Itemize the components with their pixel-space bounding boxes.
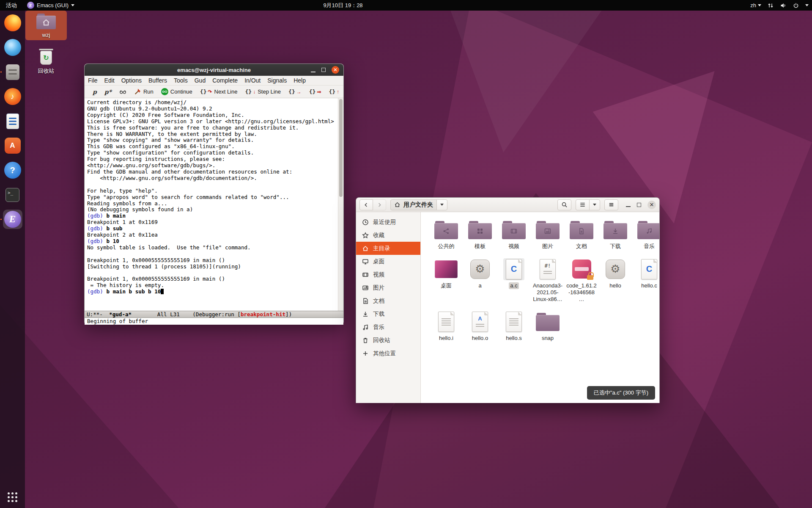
menu-inout[interactable]: In/Out xyxy=(241,76,264,86)
file-item[interactable]: code_1.61.2-16346568… xyxy=(565,258,598,303)
sidebar-item-home[interactable]: 主目录 xyxy=(356,242,420,255)
menu-complete[interactable]: Complete xyxy=(209,76,241,86)
dock-item-rhythmbox[interactable]: ♪ xyxy=(3,87,22,106)
close-button[interactable]: ✕ xyxy=(332,66,339,74)
input-method-indicator[interactable]: zh xyxy=(750,2,761,8)
file-item[interactable]: snap xyxy=(531,311,565,342)
sidebar-item-documents[interactable]: 文档 xyxy=(356,294,420,307)
buffer-line: Breakpoint 1, 0x0000555555555169 in main… xyxy=(87,257,343,264)
file-item[interactable]: 文档 xyxy=(565,219,598,250)
path-button[interactable]: 用户文件夹 xyxy=(390,199,437,210)
file-item[interactable]: ⚙hello xyxy=(598,258,632,289)
toolbar-continue-button[interactable]: GOContinue xyxy=(158,87,195,97)
file-item[interactable]: #!Anaconda3-2021.05-Linux-x86… xyxy=(531,258,565,303)
maximize-button[interactable] xyxy=(321,68,326,72)
menu-file[interactable]: File xyxy=(85,76,101,86)
folder-icon xyxy=(533,311,562,333)
show-applications-button[interactable] xyxy=(5,490,20,505)
search-button[interactable] xyxy=(557,199,571,210)
file-item[interactable]: ⚙a xyxy=(463,258,497,289)
sidebar-item-other[interactable]: 其他位置 xyxy=(356,347,420,360)
toolbar-step-line-button[interactable]: {}↓Step Line xyxy=(242,87,284,96)
file-item[interactable]: hello.s xyxy=(497,311,531,342)
dock-item-thunderbird[interactable] xyxy=(3,38,22,57)
dock-item-libreoffice-writer[interactable] xyxy=(3,111,22,131)
system-menu-chevron-icon[interactable] xyxy=(805,4,809,6)
toolbar-next-line-button[interactable]: {}↷Next Line xyxy=(197,87,241,96)
toolbar-finish-button[interactable]: {}↑ xyxy=(326,87,342,96)
toolbar-run-button[interactable]: Run xyxy=(131,87,156,97)
back-button[interactable] xyxy=(359,199,373,210)
sidebar-item-downloads[interactable]: 下载 xyxy=(356,307,420,320)
menu-help[interactable]: Help xyxy=(290,76,309,86)
toolbar-label: Run xyxy=(143,88,154,95)
power-icon[interactable] xyxy=(793,2,799,9)
toolbar-watch-button[interactable] xyxy=(116,87,129,97)
files-content[interactable]: 公共的模板视频图片文档下载音乐桌面⚙aCa.c#!Anaconda3-2021.… xyxy=(421,212,659,403)
sidebar-item-starred[interactable]: 收藏 xyxy=(356,229,420,242)
emacs-buffer[interactable]: Current directory is /home/wzj/GNU gdb (… xyxy=(85,98,343,311)
dock-item-emacs[interactable]: E xyxy=(3,210,22,229)
menu-signals[interactable]: Signals xyxy=(264,76,290,86)
path-dropdown-button[interactable] xyxy=(436,199,447,210)
close-button[interactable]: ✕ xyxy=(647,201,656,209)
file-item[interactable]: 桌面 xyxy=(429,258,463,289)
search-icon xyxy=(561,202,568,208)
file-item[interactable]: Ahello.o xyxy=(463,311,497,342)
list-view-button[interactable] xyxy=(576,199,590,210)
dock-item-terminal[interactable]: >_ xyxy=(3,185,22,204)
sidebar-item-trash[interactable]: 回收站 xyxy=(356,334,420,347)
file-item-label: 视频 xyxy=(507,243,521,250)
sidebar-item-videos[interactable]: 视频 xyxy=(356,268,420,281)
clock[interactable]: 9月10日 19：28 xyxy=(323,2,362,9)
dock-item-ubuntu-software[interactable]: A xyxy=(3,136,22,155)
sidebar-item-recent[interactable]: 最近使用 xyxy=(356,215,420,229)
dock-item-firefox[interactable] xyxy=(3,13,22,33)
toolbar-step-instruction-button[interactable]: {}⇒ xyxy=(306,87,324,96)
menu-button[interactable] xyxy=(604,199,618,210)
file-item[interactable]: Chello.c xyxy=(632,258,659,289)
network-icon[interactable] xyxy=(767,2,774,9)
file-item[interactable]: 模板 xyxy=(463,219,497,250)
menu-tools[interactable]: Tools xyxy=(170,76,191,86)
activities-button[interactable]: 活动 xyxy=(4,2,19,9)
toolbar-print-button[interactable]: p xyxy=(90,87,100,97)
view-options-button[interactable] xyxy=(589,199,600,210)
app-menu[interactable]: E Emacs (GUI) xyxy=(27,2,74,9)
desktop-icon-trash[interactable]: ↻回收站 xyxy=(25,45,67,77)
file-item[interactable]: 图片 xyxy=(531,219,565,250)
forward-button[interactable] xyxy=(373,199,386,210)
file-item[interactable]: 下载 xyxy=(598,219,632,250)
minimize-button[interactable] xyxy=(311,68,315,72)
sidebar-item-desktop[interactable]: 桌面 xyxy=(356,255,420,268)
file-item[interactable]: Ca.c xyxy=(497,258,531,289)
emacs-toolbar: pp*RunGOContinue{}↷Next Line{}↓Step Line… xyxy=(85,86,343,98)
sidebar-item-pictures[interactable]: 图片 xyxy=(356,281,420,294)
scrollbar-thumb[interactable] xyxy=(339,99,343,197)
folder-documents-icon xyxy=(567,219,596,241)
dock-item-help[interactable]: ? xyxy=(3,160,22,180)
file-item-label: hello.o xyxy=(471,335,489,342)
file-item[interactable]: hello.i xyxy=(429,311,463,342)
volume-icon[interactable] xyxy=(780,2,787,9)
menu-options[interactable]: Options xyxy=(118,76,145,86)
menu-edit[interactable]: Edit xyxy=(101,76,118,86)
emacs-echo-area: Beginning of buffer xyxy=(85,318,343,325)
toolbar-print-deref-button[interactable]: p* xyxy=(102,87,115,97)
file-item[interactable]: 公共的 xyxy=(429,219,463,250)
minimize-button[interactable] xyxy=(626,202,631,207)
sidebar-item-label: 最近使用 xyxy=(373,218,396,226)
desktop-icon-home[interactable]: wzj xyxy=(25,11,67,40)
file-item[interactable]: 视频 xyxy=(497,219,531,250)
toolbar-next-instruction-button[interactable]: {}→ xyxy=(285,87,304,96)
dock-item-files[interactable] xyxy=(3,62,22,82)
menu-buffers[interactable]: Buffers xyxy=(145,76,170,86)
file-item[interactable]: 音乐 xyxy=(632,219,659,250)
emacs-scrollbar[interactable] xyxy=(338,98,343,311)
sidebar-item-music[interactable]: 音乐 xyxy=(356,320,420,334)
emacs-titlebar[interactable]: emacs@wzj-virtual-machine ✕ xyxy=(85,64,343,76)
buffer-line: Reading symbols from a... xyxy=(87,201,343,207)
files-headerbar[interactable]: 用户文件夹 ✕ xyxy=(356,198,659,212)
menu-gud[interactable]: Gud xyxy=(191,76,209,86)
maximize-button[interactable] xyxy=(637,203,641,207)
